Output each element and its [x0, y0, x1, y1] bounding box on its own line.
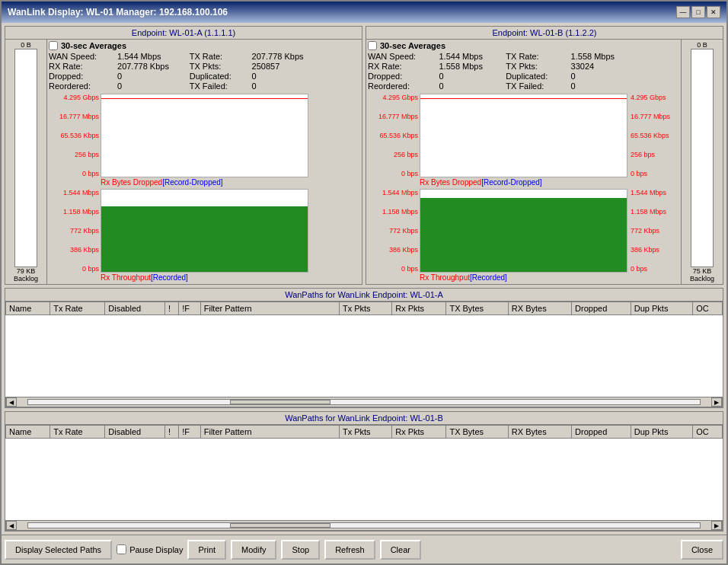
endpoint-b-backlog-bottom: 75 KB Backlog	[690, 267, 714, 282]
col-excl-f-a: !F	[179, 302, 201, 315]
endpoint-b-backlog-top: 0 B	[697, 41, 707, 49]
dropped-chart-b: 4.295 Gbps 16.777 Mbps 65.536 Kbps 256 b…	[420, 94, 627, 177]
endpoint-row: Endpoint: WL-01-A (1.1.1.1) 0 B 79 KB Ba…	[5, 26, 723, 285]
wan-speed-label-a: WAN Speed:	[49, 52, 113, 61]
throughput-chart-a-wrapper: 1.544 Mbps 1.158 Mbps 772 Kbps 386 Kbps …	[49, 189, 360, 282]
endpoint-a-title: Endpoint: WL-01-A (1.1.1.1)	[5, 27, 362, 40]
tx-failed-label-a: TX Failed:	[190, 81, 247, 91]
wanpaths-b-table: Name Tx Rate Disabled ! !F Filter Patter…	[5, 425, 723, 439]
pause-display-checkbox[interactable]	[117, 544, 126, 554]
wanpaths-a-table-container[interactable]: Name Tx Rate Disabled ! !F Filter Patter…	[5, 302, 723, 397]
col-name-a: Name	[6, 302, 50, 315]
dropped-value-b: 0	[439, 72, 501, 81]
dropped-chart-a: 4.295 Gbps 16.777 Mbps 65.536 Kbps 256 b…	[101, 94, 308, 177]
refresh-button[interactable]: Refresh	[324, 540, 375, 560]
stop-button[interactable]: Stop	[281, 540, 320, 560]
tx-failed-label-b: TX Failed:	[506, 81, 566, 91]
dropped-chart-b-title: Rx Bytes Dropped [Record-Dropped]	[368, 177, 679, 187]
pause-display-label: Pause Display	[129, 545, 183, 554]
wanpaths-b-table-container[interactable]: Name Tx Rate Disabled ! !F Filter Patter…	[5, 425, 723, 520]
window-title: WanLink Display: WL-01 Manager: 192.168.…	[8, 7, 228, 18]
endpoint-a-stats: WAN Speed: 1.544 Mbps TX Rate: 207.778 K…	[49, 52, 360, 91]
col-oc-a: OC	[693, 302, 723, 315]
modify-button[interactable]: Modify	[231, 540, 276, 560]
col-txbytes-b: TX Bytes	[446, 426, 508, 439]
dropped-chart-b-inner	[420, 94, 627, 177]
tx-pkts-label-a: TX Pkts:	[190, 62, 247, 71]
wanpaths-b-scroll-thumb[interactable]	[230, 523, 330, 528]
tx-rate-label-a: TX Rate:	[190, 52, 247, 61]
endpoint-b-title: Endpoint: WL-01-B (1.1.2.2)	[366, 27, 723, 40]
close-button[interactable]: Close	[681, 540, 723, 560]
throughput-chart-a-title-red: Rx Throughput	[101, 273, 151, 282]
endpoint-a-backlog-bottom: 79 KB Backlog	[14, 267, 38, 282]
display-selected-paths-button[interactable]: Display Selected Paths	[5, 540, 112, 560]
throughput-chart-a-green	[101, 206, 308, 272]
dropped-chart-b-left-labels: 4.295 Gbps 16.777 Mbps 65.536 Kbps 256 b…	[368, 94, 418, 177]
col-rxbytes-b: RX Bytes	[508, 426, 571, 439]
endpoint-a-panel: Endpoint: WL-01-A (1.1.1.1) 0 B 79 KB Ba…	[5, 26, 362, 285]
throughput-chart-b-left-labels: 1.544 Mbps 1.158 Mbps 772 Kbps 386 Kbps …	[368, 189, 418, 273]
wanpaths-a-scrollbar[interactable]: ◀ ▶	[5, 397, 723, 407]
wanpaths-b-scrollbar[interactable]: ◀ ▶	[5, 520, 723, 531]
title-bar: WanLink Display: WL-01 Manager: 192.168.…	[2, 2, 726, 23]
endpoint-b-avg-checkbox[interactable]	[368, 41, 377, 50]
col-txpkts-b: Tx Pkts	[339, 426, 391, 439]
reordered-label-b: Reordered:	[368, 81, 434, 91]
wanpaths-a-scroll-track[interactable]	[27, 399, 701, 405]
dropped-chart-a-redline	[101, 98, 308, 99]
reordered-value-a: 0	[117, 81, 185, 91]
dropped-label-b: Dropped:	[368, 72, 434, 81]
tx-pkts-label-b: TX Pkts:	[506, 62, 566, 71]
col-disabled-a: Disabled	[105, 302, 165, 315]
wanpaths-b-panel: WanPaths for WanLink Endpoint: WL-01-B N…	[5, 411, 723, 531]
tx-failed-value-b: 0	[571, 81, 634, 91]
endpoint-a-avg-checkbox[interactable]	[49, 41, 58, 50]
endpoint-a-inner: 0 B 79 KB Backlog 30-sec Averages WAN Sp…	[5, 40, 362, 284]
reordered-label-a: Reordered:	[49, 81, 113, 91]
col-dropped-b: Dropped	[572, 426, 631, 439]
wanpaths-a-title: WanPaths for WanLink Endpoint: WL-01-A	[5, 289, 723, 302]
rx-rate-value-a: 207.778 Kbps	[117, 62, 185, 71]
wanpaths-b-scroll-left[interactable]: ◀	[6, 521, 17, 530]
minimize-button[interactable]: —	[676, 6, 690, 18]
endpoint-a-stats-charts: 30-sec Averages WAN Speed: 1.544 Mbps TX…	[47, 40, 362, 284]
dropped-chart-a-wrapper: 4.295 Gbps 16.777 Mbps 65.536 Kbps 256 b…	[49, 94, 360, 187]
endpoint-b-stats-charts: 30-sec Averages WAN Speed: 1.544 Mbps TX…	[366, 40, 681, 284]
main-content: Endpoint: WL-01-A (1.1.1.1) 0 B 79 KB Ba…	[2, 23, 726, 535]
endpoint-a-backlog: 0 B 79 KB Backlog	[5, 40, 47, 284]
col-excl-b: !	[164, 426, 178, 439]
wanpaths-b-scroll-track[interactable]	[27, 522, 701, 528]
rx-rate-value-b: 1.558 Mbps	[439, 62, 501, 71]
wanpaths-a-scroll-left[interactable]: ◀	[6, 397, 17, 407]
duplicated-value-b: 0	[571, 72, 634, 81]
maximize-button[interactable]: □	[691, 6, 705, 18]
col-rxpkts-a: Rx Pkts	[392, 302, 446, 315]
endpoint-b-panel: Endpoint: WL-01-B (1.1.2.2) 30-sec Avera…	[366, 26, 723, 285]
dropped-chart-a-inner	[101, 94, 308, 177]
wanpaths-a-scroll-thumb[interactable]	[230, 400, 330, 404]
dropped-chart-b-title-blue: [Record-Dropped]	[481, 178, 541, 187]
endpoint-a-avg-label: 30-sec Averages	[61, 41, 126, 50]
endpoint-b-avg-section: 30-sec Averages	[368, 41, 679, 50]
tx-rate-value-b: 1.558 Mbps	[571, 52, 634, 61]
dropped-chart-a-title-blue: [Record-Dropped]	[162, 178, 222, 187]
dropped-label-a: Dropped:	[49, 72, 113, 81]
col-duppkts-a: Dup Pkts	[631, 302, 692, 315]
main-window: WanLink Display: WL-01 Manager: 192.168.…	[0, 0, 728, 565]
duplicated-label-a: Duplicated:	[190, 72, 247, 81]
col-oc-b: OC	[693, 426, 723, 439]
tx-pkts-value-a: 250857	[252, 62, 320, 71]
print-button[interactable]: Print	[187, 540, 226, 560]
close-window-button[interactable]: ✕	[707, 6, 720, 18]
dropped-chart-b-title-red: Rx Bytes Dropped	[420, 178, 481, 187]
col-duppkts-b: Dup Pkts	[631, 426, 692, 439]
dropped-chart-a-title-red: Rx Bytes Dropped	[101, 178, 162, 187]
wanpaths-a-scroll-right[interactable]: ▶	[711, 397, 722, 407]
dropped-chart-b-wrapper: 4.295 Gbps 16.777 Mbps 65.536 Kbps 256 b…	[368, 94, 679, 187]
wanpaths-a-table: Name Tx Rate Disabled ! !F Filter Patter…	[5, 302, 723, 315]
throughput-chart-b-green	[420, 198, 627, 272]
clear-button[interactable]: Clear	[380, 540, 421, 560]
wanpaths-b-scroll-right[interactable]: ▶	[711, 521, 722, 530]
col-txpkts-a: Tx Pkts	[339, 302, 391, 315]
